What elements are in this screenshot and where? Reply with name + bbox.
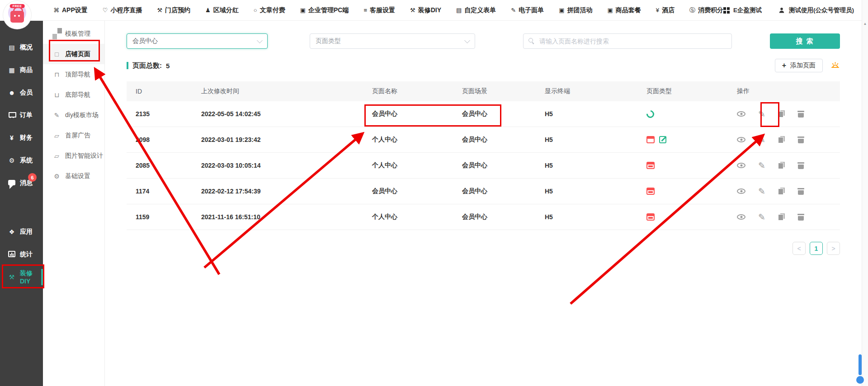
top-nav-item-e-waybill[interactable]: ✎电子面单 (511, 6, 544, 14)
sidebar-item-system[interactable]: ⚙系统 (0, 149, 43, 172)
blue-dot-widget[interactable] (856, 376, 864, 384)
workspace-switcher[interactable]: E企盈测试 (723, 6, 762, 14)
pencil-icon[interactable]: ✎ (758, 110, 765, 118)
user-menu[interactable]: 测试使用(公众号管理员) (778, 6, 854, 14)
image-icon: ▣ (559, 7, 564, 14)
page-red-icon (646, 213, 655, 221)
page-type-select[interactable]: 页面类型 (310, 33, 475, 49)
sidebar-item-decorate-diy[interactable]: ⚒装修DIY (0, 266, 43, 288)
copy-icon[interactable] (778, 110, 785, 118)
eye-icon[interactable] (737, 214, 745, 220)
shopping-bag-icon (10, 11, 24, 23)
top-nav-label: 商品套餐 (616, 6, 641, 14)
cell-page-name: 个人中心 (372, 213, 462, 221)
eye-icon[interactable] (737, 163, 745, 168)
prev-page-button[interactable]: < (793, 242, 806, 255)
top-nav-item-consume-points[interactable]: Ⓢ消费积分 (689, 6, 723, 14)
cell-page-type (646, 213, 737, 221)
copy-icon[interactable] (778, 188, 785, 195)
sidebar-item-statistics[interactable]: 统计 (0, 243, 43, 266)
copy-icon[interactable] (778, 136, 785, 143)
next-page-button[interactable]: > (827, 242, 840, 255)
user-icon (778, 7, 785, 14)
apps-icon: ❖ (8, 228, 16, 235)
copy-icon[interactable] (778, 213, 785, 221)
goods-icon: ▦ (8, 66, 16, 74)
edit-green-icon (659, 136, 666, 143)
page-red-icon (646, 136, 655, 143)
subnav-item-shop-pages[interactable]: □店铺页面 (43, 44, 104, 64)
search-button[interactable]: 搜 索 (770, 33, 840, 49)
top-nav-item-group-activity[interactable]: ▣拼团活动 (559, 6, 592, 14)
cell-page-name: 会员中心 (372, 110, 462, 118)
trash-icon[interactable] (797, 188, 804, 195)
cell-actions: ✎ (737, 187, 840, 196)
cell-actions: ✎ (737, 136, 840, 144)
table-row: 1174 2022-02-12 17:54:39 会员中心 会员中心 H5 ✎ (127, 179, 840, 204)
blue-scroll-widget[interactable] (859, 354, 862, 375)
subnav-item-splash-ad[interactable]: ▱首屏广告 (43, 125, 104, 146)
top-nav-item-region-dividend[interactable]: ♟区域分红 (205, 6, 239, 14)
top-nav-label: 小程序直播 (110, 6, 142, 14)
subnav-item-basic-settings[interactable]: ⚙基础设置 (43, 166, 104, 186)
subnav-item-diy-template-market[interactable]: ✎diy模板市场 (43, 105, 104, 125)
sidebar-item-apps[interactable]: ❖应用 (0, 221, 43, 243)
vertical-scrollbar[interactable]: ▲ (862, 0, 868, 386)
scroll-up-arrow[interactable]: ▲ (862, 22, 868, 26)
sidebar-label: 装修DIY (20, 269, 43, 285)
cell-actions: ✎ (737, 110, 840, 118)
page-1-button[interactable]: 1 (810, 242, 823, 255)
pencil-icon[interactable]: ✎ (758, 187, 765, 196)
top-nav-item-article-pay[interactable]: ○文章付费 (254, 6, 285, 14)
col-modified: 上次修改时间 (201, 87, 372, 95)
sidebar-item-orders[interactable]: 订单 (0, 104, 43, 127)
sidebar-item-messages[interactable]: 消息6 (0, 172, 43, 194)
pencil-icon[interactable]: ✎ (758, 213, 765, 221)
cell-id: 2135 (127, 110, 201, 118)
subnav-label: 模板管理 (65, 30, 90, 38)
scene-select[interactable]: 会员中心 (127, 33, 268, 49)
pencil-icon[interactable]: ✎ (758, 161, 765, 170)
sidebar-item-overview[interactable]: ▤概况 (0, 36, 43, 59)
subnav-item-bottom-nav[interactable]: ⊔底部导航 (43, 85, 104, 105)
top-nav-item-hotel[interactable]: ¥酒店 (656, 6, 675, 14)
trash-icon[interactable] (797, 213, 804, 221)
top-nav-item-app-settings[interactable]: ⌘APP设置 (53, 6, 88, 14)
subnav-item-template-manage[interactable]: 模板管理 (43, 24, 104, 44)
tag-icon: ▱ (53, 152, 61, 160)
top-nav-item-product-package[interactable]: ▣商品套餐 (607, 6, 641, 14)
trash-icon[interactable] (797, 162, 804, 169)
sub-sidebar: 模板管理 □店铺页面 ⊓顶部导航 ⊔底部导航 ✎diy模板市场 ▱首屏广告 ▱图… (43, 21, 105, 386)
sidebar-item-finance[interactable]: ¥财务 (0, 127, 43, 149)
tag-icon: ▱ (53, 132, 61, 139)
heart-icon: ♡ (103, 7, 108, 14)
top-nav-item-store-booking[interactable]: ⚒门店预约 (157, 6, 190, 14)
top-nav-item-decorate-diy[interactable]: ⚒装修DIY (410, 6, 441, 14)
pencil-icon[interactable]: ✎ (758, 136, 765, 144)
search-input[interactable] (538, 37, 726, 45)
app-logo[interactable]: FREE (3, 1, 31, 29)
pagination: < 1 > (127, 242, 840, 255)
subnav-item-image-smart-design[interactable]: ▱图片智能设计 (43, 146, 104, 166)
alarm-icon[interactable] (830, 61, 840, 71)
cell-id: 1159 (127, 213, 201, 221)
eye-icon[interactable] (737, 137, 745, 142)
copy-icon[interactable] (778, 162, 785, 169)
top-nav-item-miniprogram-live[interactable]: ♡小程序直播 (103, 6, 142, 14)
add-page-button[interactable]: +添加页面 (775, 59, 823, 72)
top-nav-item-custom-form[interactable]: ▤自定义表单 (456, 6, 496, 14)
cell-page-scene: 会员中心 (462, 110, 545, 118)
chevron-down-icon (257, 38, 263, 43)
sidebar-item-goods[interactable]: ▦商品 (0, 59, 43, 81)
top-nav-item-enterprise-pc[interactable]: ▣企业管理PC端 (300, 6, 349, 14)
top-nav-item-customer-service[interactable]: ≡客服设置 (363, 6, 395, 14)
chat-bubble-icon (8, 179, 16, 187)
page-type-placeholder: 页面类型 (316, 37, 465, 45)
eye-icon[interactable] (737, 188, 745, 194)
eye-icon[interactable] (737, 111, 745, 117)
trash-icon[interactable] (797, 110, 804, 118)
sidebar-item-members[interactable]: ☻会员 (0, 81, 43, 104)
trash-icon[interactable] (797, 136, 804, 143)
cell-page-scene: 会员中心 (462, 161, 545, 169)
subnav-item-top-nav[interactable]: ⊓顶部导航 (43, 64, 104, 85)
